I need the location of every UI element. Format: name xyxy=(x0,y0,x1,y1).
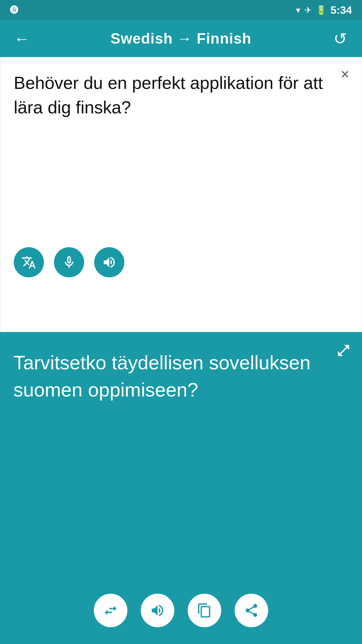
translation-actions xyxy=(0,587,362,644)
wifi-icon: ▾ xyxy=(296,5,300,15)
app-icon: 🅐 xyxy=(10,5,19,15)
status-bar-left: 🅐 xyxy=(10,5,19,15)
battery-icon: 🔋 xyxy=(316,5,326,15)
copy-button[interactable] xyxy=(188,594,221,627)
translation-text: Tarvitsetko täydellisen sovelluksen suom… xyxy=(0,332,362,413)
source-actions xyxy=(0,240,362,291)
source-text: Behöver du en perfekt applikation för at… xyxy=(0,57,362,130)
volume-translation-icon xyxy=(150,603,165,618)
status-bar: 🅐 ▾ ✈ 🔋 5:34 xyxy=(0,0,362,20)
airplane-icon: ✈ xyxy=(304,5,312,15)
close-button[interactable]: × xyxy=(335,64,355,84)
translate-icon xyxy=(21,255,36,270)
status-time: 5:34 xyxy=(330,4,352,16)
swap-button[interactable] xyxy=(94,594,127,627)
swap-icon xyxy=(103,603,118,618)
reset-button[interactable]: ↺ xyxy=(328,27,352,50)
back-button[interactable]: ← xyxy=(10,27,34,50)
translate-icon-button[interactable] xyxy=(14,247,44,277)
speaker-source-button[interactable] xyxy=(94,247,124,277)
expand-button[interactable] xyxy=(332,339,355,362)
status-bar-right: ▾ ✈ 🔋 5:34 xyxy=(296,4,352,16)
app-bar: ← Swedish → Finnish ↺ xyxy=(0,20,362,57)
volume-translation-button[interactable] xyxy=(141,594,174,627)
volume-source-icon xyxy=(102,255,117,270)
copy-icon xyxy=(197,603,212,618)
translation-panel: Tarvitsetko täydellisen sovelluksen suom… xyxy=(0,332,362,644)
expand-icon xyxy=(336,343,351,358)
mic-button[interactable] xyxy=(54,247,84,277)
source-panel: × Behöver du en perfekt applikation för … xyxy=(0,57,362,332)
app-bar-title: Swedish → Finnish xyxy=(111,30,251,47)
share-button[interactable] xyxy=(235,594,268,627)
mic-icon xyxy=(62,255,76,270)
share-icon xyxy=(244,603,259,618)
